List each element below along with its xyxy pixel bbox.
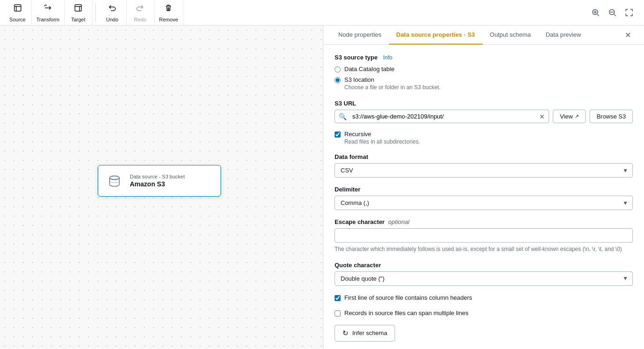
radio-s3-location-input[interactable] (335, 77, 341, 83)
transform-button[interactable]: Transform (32, 0, 65, 25)
recursive-checkbox-row[interactable]: Recursive Read files in all subdirectori… (335, 131, 633, 145)
refresh-icon: ↻ (342, 329, 349, 337)
canvas-area[interactable]: Data source - S3 bucket Amazon S3 (0, 26, 323, 349)
node-title: Amazon S3 (130, 180, 185, 188)
quote-label: Quote character (335, 262, 633, 269)
tab-output-schema[interactable]: Output schema (483, 26, 538, 45)
external-link-icon: ↗ (575, 113, 579, 119)
redo-icon (135, 3, 145, 15)
transform-label: Transform (36, 17, 60, 22)
fit-view-button[interactable] (622, 5, 637, 20)
panel-close-button[interactable]: ✕ (619, 27, 637, 43)
radio-s3-location-label: S3 location (344, 76, 441, 83)
undo-label: Undo (106, 17, 118, 22)
undo-button[interactable]: Undo (99, 0, 127, 25)
toolbar: Source Transform Target Undo (0, 0, 644, 26)
first-line-checkbox[interactable] (335, 295, 341, 301)
delimiter-select[interactable]: Comma (,) Tab Pipe (|) Semicolon (;) Spa… (335, 196, 633, 210)
recursive-checkbox[interactable] (335, 132, 341, 138)
s3-source-type-radio-group: Data Catalog table S3 location Choose a … (335, 66, 633, 91)
data-format-select[interactable]: CSV JSON Parquet Avro ORC XML (335, 163, 633, 178)
s3-url-input-wrapper: 🔍 ✕ (335, 110, 549, 123)
node-subtitle: Data source - S3 bucket (130, 174, 185, 179)
radio-data-catalog[interactable]: Data Catalog table (335, 66, 633, 72)
data-format-label: Data format (335, 153, 633, 160)
first-line-checkbox-row[interactable]: First line of source file contains colum… (335, 294, 633, 301)
delimiter-select-wrapper: Comma (,) Tab Pipe (|) Semicolon (;) Spa… (335, 196, 633, 210)
zoom-in-button[interactable] (588, 5, 603, 20)
s3-source-type-label: S3 source type Info (335, 54, 633, 61)
url-clear-button[interactable]: ✕ (536, 113, 549, 120)
recursive-sublabel: Read files in all subdirectories. (344, 138, 420, 145)
svg-rect-0 (14, 5, 21, 11)
tab-node-properties[interactable]: Node properties (331, 26, 389, 45)
tab-data-preview[interactable]: Data preview (538, 26, 589, 45)
radio-s3-location[interactable]: S3 location Choose a file or folder in a… (335, 76, 633, 91)
s3-bucket-icon (106, 172, 123, 190)
escape-hint: The character which immediately follows … (335, 245, 633, 253)
escape-label: Escape character optional (335, 218, 633, 225)
s3-url-input[interactable] (350, 110, 536, 123)
info-link[interactable]: Info (383, 54, 392, 61)
zoom-out-button[interactable] (605, 5, 620, 20)
escape-optional: optional (388, 218, 409, 225)
source-button[interactable]: Source (4, 0, 32, 25)
source-label: Source (9, 17, 26, 22)
node-text: Data source - S3 bucket Amazon S3 (130, 174, 185, 188)
view-button[interactable]: View ↗ (553, 110, 586, 123)
source-icon (13, 3, 22, 15)
tab-data-source-properties[interactable]: Data source properties - S3 (389, 26, 483, 45)
zoom-group (588, 5, 640, 20)
target-icon (74, 3, 83, 15)
right-panel: Node properties Data source properties -… (323, 26, 644, 349)
radio-data-catalog-label: Data Catalog table (344, 66, 395, 72)
redo-label: Redo (134, 17, 146, 22)
browse-s3-button[interactable]: Browse S3 (590, 110, 633, 123)
multiline-checkbox-row[interactable]: Records in source files can span multipl… (335, 309, 633, 316)
escape-input[interactable] (335, 228, 633, 243)
first-line-label: First line of source file contains colum… (344, 294, 472, 301)
radio-s3-location-sublabel: Choose a file or folder in an S3 bucket. (344, 84, 441, 91)
panel-tabs: Node properties Data source properties -… (323, 26, 644, 45)
quote-select-wrapper: Double quote (") Single quote (') None ▼ (335, 271, 633, 286)
svg-point-5 (110, 176, 120, 180)
multiline-label: Records in source files can span multipl… (344, 309, 469, 316)
target-button[interactable]: Target (65, 0, 93, 25)
main-layout: Data source - S3 bucket Amazon S3 Node p… (0, 26, 644, 349)
redo-button[interactable]: Redo (127, 0, 154, 25)
remove-button[interactable]: Remove (154, 0, 183, 25)
multiline-checkbox[interactable] (335, 310, 341, 316)
undo-icon (107, 3, 117, 15)
svg-rect-1 (75, 5, 81, 11)
first-line-section: First line of source file contains colum… (335, 294, 633, 301)
recursive-label: Recursive (344, 131, 420, 138)
s3-url-label: S3 URL (335, 100, 633, 107)
data-format-select-wrapper: CSV JSON Parquet Avro ORC XML ▼ (335, 163, 633, 178)
quote-select[interactable]: Double quote (") Single quote (') None (335, 271, 633, 286)
panel-content: S3 source type Info Data Catalog table S… (323, 45, 644, 349)
transform-icon (43, 3, 53, 15)
remove-label: Remove (159, 17, 178, 22)
infer-schema-button[interactable]: ↻ Infer schema (335, 325, 395, 342)
s3-node-card[interactable]: Data source - S3 bucket Amazon S3 (98, 165, 221, 197)
recursive-section: Recursive Read files in all subdirectori… (335, 131, 633, 145)
radio-data-catalog-input[interactable] (335, 66, 341, 72)
delimiter-label: Delimiter (335, 186, 633, 193)
target-label: Target (71, 17, 86, 22)
s3-url-group: 🔍 ✕ View ↗ Browse S3 (335, 110, 633, 123)
remove-icon (164, 3, 173, 15)
multiline-section: Records in source files can span multipl… (335, 309, 633, 316)
search-icon: 🔍 (335, 113, 350, 120)
toolbar-divider (95, 3, 96, 22)
